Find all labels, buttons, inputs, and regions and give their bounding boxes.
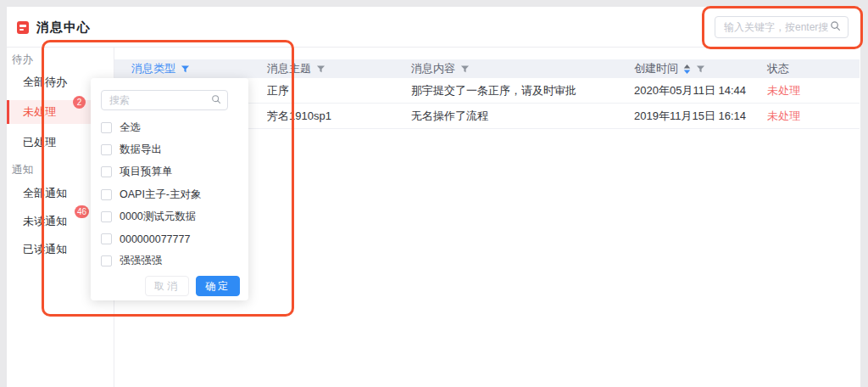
title-wrap: 消息中心 [17, 7, 91, 48]
column-label: 消息内容 [411, 61, 455, 76]
filter-icon[interactable] [696, 64, 705, 74]
filter-icon[interactable] [316, 64, 326, 74]
message-center-icon [17, 21, 29, 34]
cell-subject: 正序 [267, 83, 411, 98]
option-label: 强强强强 [120, 254, 162, 268]
unread-count-badge: 46 [75, 205, 89, 218]
cell-created: 2019年11月15日 16:14 [634, 109, 767, 124]
column-label: 消息主题 [267, 61, 311, 76]
option-label: 000000077777 [120, 233, 190, 245]
cell-subject: 芳名1910sp1 [267, 109, 411, 124]
filter-option[interactable]: 数据导出 [101, 138, 242, 160]
checkbox-icon[interactable] [101, 166, 112, 177]
cell-content: 无名操作了流程 [411, 109, 634, 124]
option-label: 数据导出 [120, 143, 162, 157]
search-icon[interactable] [830, 20, 841, 35]
filter-icon[interactable] [460, 64, 470, 74]
filter-popup-footer: 取消 确定 [145, 276, 240, 296]
column-header-status: 状态 [767, 61, 860, 76]
global-search-input[interactable] [722, 20, 830, 34]
filter-option[interactable]: OAPI主子-主对象 [101, 183, 242, 205]
checkbox-icon[interactable] [101, 122, 112, 133]
confirm-button[interactable]: 确定 [196, 276, 240, 296]
option-label: 0000测试元数据 [120, 210, 196, 224]
global-search-box[interactable] [715, 16, 849, 38]
column-label: 创建时间 [634, 61, 678, 76]
page-title: 消息中心 [36, 20, 91, 36]
filter-option-select-all[interactable]: 全选 [101, 116, 242, 138]
app-header: 消息中心 [7, 7, 860, 48]
filter-search-input[interactable] [108, 93, 211, 107]
checkbox-icon[interactable] [101, 255, 112, 266]
filter-option-list: 全选 数据导出 项目预算单 OAPI主子-主对象 0000测试元数据 00000… [101, 116, 242, 272]
cancel-button[interactable]: 取消 [145, 276, 189, 296]
checkbox-icon[interactable] [101, 233, 112, 244]
column-label: 消息类型 [131, 61, 175, 76]
column-header-created[interactable]: 创建时间 [634, 61, 767, 76]
filter-icon[interactable] [181, 64, 190, 74]
column-label: 状态 [767, 61, 789, 76]
table-header-row: 消息类型 消息主题 消息内容 创建时间 状态 [114, 59, 860, 78]
sort-icon[interactable] [683, 64, 691, 74]
cell-content: 那宇提交了一条正序，请及时审批 [411, 83, 634, 98]
filter-search-box[interactable] [101, 90, 228, 110]
status-badge: 未处理 [767, 83, 860, 98]
option-label: 项目预算单 [120, 165, 173, 179]
search-icon [211, 93, 221, 108]
option-label: OAPI主子-主对象 [120, 188, 202, 202]
checkbox-icon[interactable] [101, 189, 112, 200]
sidebar-section-todo: 待办 [12, 49, 33, 70]
filter-option[interactable]: 项目预算单 [101, 161, 242, 183]
status-badge: 未处理 [767, 109, 860, 124]
filter-option[interactable]: 000000077777 [101, 227, 242, 250]
column-header-subject[interactable]: 消息主题 [267, 61, 411, 76]
type-filter-popup: 全选 数据导出 项目预算单 OAPI主子-主对象 0000测试元数据 00000… [91, 78, 248, 300]
column-header-content[interactable]: 消息内容 [411, 61, 634, 76]
cell-created: 2020年05月11日 14:44 [634, 83, 767, 98]
filter-option[interactable]: 0000测试元数据 [101, 205, 242, 227]
option-label: 全选 [120, 121, 141, 135]
checkbox-icon[interactable] [101, 144, 112, 155]
unprocessed-count-badge: 2 [73, 96, 86, 109]
sidebar-section-notice: 通知 [12, 160, 33, 180]
checkbox-icon[interactable] [101, 211, 112, 222]
column-header-type[interactable]: 消息类型 [131, 61, 267, 76]
filter-option[interactable]: 强强强强 [101, 250, 242, 272]
